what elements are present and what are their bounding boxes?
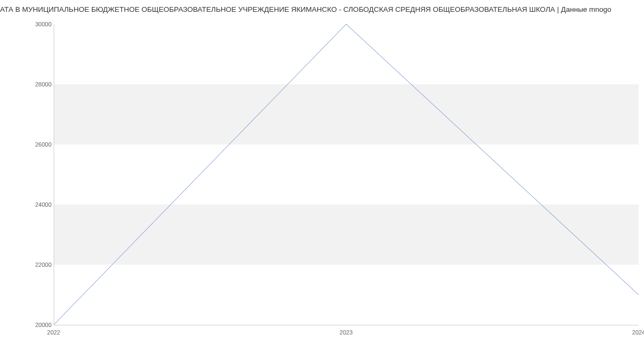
y-tick-label: 20000 [19, 322, 52, 328]
line-series [54, 24, 639, 325]
x-axis [54, 325, 639, 325]
y-tick-label: 28000 [19, 81, 52, 88]
x-tick-label: 2022 [47, 329, 60, 336]
chart-container: АТА В МУНИЦИПАЛЬНОЕ БЮДЖЕТНОЕ ОБЩЕОБРАЗО… [0, 0, 644, 349]
plot-area [54, 24, 639, 325]
y-tick-label: 24000 [19, 201, 52, 208]
y-tick-label: 22000 [19, 261, 52, 268]
y-tick-label: 30000 [19, 21, 52, 27]
x-tick-label: 2023 [340, 329, 353, 336]
y-axis [54, 24, 54, 325]
x-tick-label: 2024 [632, 329, 644, 336]
y-tick-label: 26000 [19, 141, 52, 148]
chart-title: АТА В МУНИЦИПАЛЬНОЕ БЮДЖЕТНОЕ ОБЩЕОБРАЗО… [0, 0, 644, 13]
